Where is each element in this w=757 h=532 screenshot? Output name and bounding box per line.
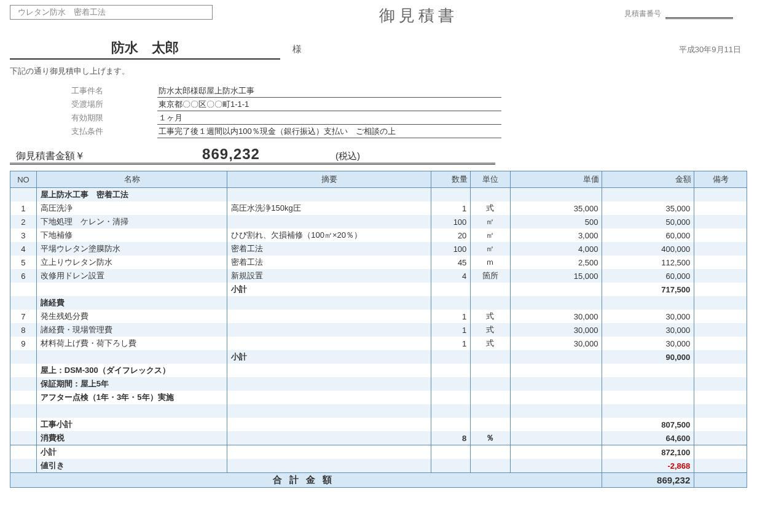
cell-name: 値引き [36,459,227,473]
cell-note [694,364,747,377]
cell-uprice [510,459,602,473]
table-row: 6改修用ドレン設置新規設置4箇所15,00060,000 [10,269,747,283]
table-row: 9材料荷上げ費・荷下ろし費1式30,00030,000 [10,337,747,350]
cell-name: 屋上防水工事 密着工法 [36,188,227,202]
cell-name: 下地補修 [36,229,227,242]
cell-name [36,350,227,364]
cell-name: 改修用ドレン設置 [36,269,227,283]
cell-qty [431,391,471,404]
table-row: 保証期間：屋上5年 [10,377,747,391]
cell-unit: 箇所 [471,269,510,283]
cell-uprice: 30,000 [510,310,602,323]
cell-unit: ｍ [471,256,510,269]
amount-row: 御見積書金額￥ 869,232 (税込) [10,146,495,165]
cell-name: 発生残処分費 [36,310,227,323]
table-row: 屋上防水工事 密着工法 [10,188,747,202]
cell-amount: 30,000 [602,323,694,337]
cell-unit [471,377,510,391]
cell-name: 工事小計 [36,418,227,431]
cell-unit: ％ [471,431,510,445]
cell-qty: 100 [431,215,471,229]
cell-qty: 1 [431,337,471,350]
cell-desc: 高圧水洗浄150kg圧 [227,201,431,215]
quote-number-line [665,17,733,19]
col-uprice: 単価 [510,171,602,188]
cell-no [10,391,37,404]
col-name: 名称 [36,171,227,188]
cell-unit: ㎡ [471,229,510,242]
col-note: 備考 [694,171,747,188]
cell-amount [602,364,694,377]
cell-note [694,391,747,404]
cell-qty [431,445,471,460]
total-value: 869,232 [602,473,694,488]
cell-desc [227,364,431,377]
cell-amount [602,296,694,310]
cell-amount: 60,000 [602,269,694,283]
cell-no: 1 [10,201,37,215]
col-no: NO [10,171,37,188]
cell-desc [227,445,431,460]
cell-unit: 式 [471,337,510,350]
cell-qty [431,188,471,202]
cell-uprice [510,350,602,364]
cell-note [694,418,747,431]
amount-label: 御見積書金額￥ [10,150,163,163]
cell-no [10,296,37,310]
cell-amount [602,404,694,418]
cell-no: 4 [10,242,37,256]
cell-no [10,459,37,473]
cell-name: 立上りウレタン防水 [36,256,227,269]
cell-desc: ひび割れ、欠損補修（100㎡×20％） [227,229,431,242]
cell-qty: 4 [431,269,471,283]
cell-desc: 密着工法 [227,242,431,256]
cell-qty [431,459,471,473]
cell-amount: 30,000 [602,310,694,323]
cell-desc [227,215,431,229]
quote-number-block: 見積書番号 [624,5,747,19]
quote-number-label: 見積書番号 [624,9,661,18]
cell-amount: 90,000 [602,350,694,364]
cell-note [694,296,747,310]
validity-label: 有効期限 [71,112,157,123]
cell-unit: ㎡ [471,215,510,229]
cell-uprice: 15,000 [510,269,602,283]
cell-desc [227,391,431,404]
cell-desc [227,431,431,445]
cell-qty: 1 [431,201,471,215]
table-row: 3下地補修ひび割れ、欠損補修（100㎡×20％）20㎡3,00060,000 [10,229,747,242]
cell-note [694,201,747,215]
cell-no [10,350,37,364]
cell-desc: 小計 [227,283,431,296]
cell-uprice: 30,000 [510,337,602,350]
cell-unit [471,364,510,377]
cell-uprice: 30,000 [510,323,602,337]
cell-name: 屋上：DSM-300（ダイフレックス） [36,364,227,377]
cell-unit [471,283,510,296]
table-row: 1高圧洗浄高圧水洗浄150kg圧1式35,00035,000 [10,201,747,215]
cell-note [694,445,747,460]
cell-no [10,188,37,202]
total-row: 合計金額869,232 [10,473,747,488]
cell-note [694,242,747,256]
cell-no: 3 [10,229,37,242]
cell-no: 2 [10,215,37,229]
cell-unit [471,459,510,473]
cell-no: 6 [10,269,37,283]
cell-qty [431,296,471,310]
cell-uprice [510,283,602,296]
cell-desc [227,310,431,323]
cell-no: 9 [10,337,37,350]
cell-amount: 112,500 [602,256,694,269]
col-qty: 数量 [431,171,471,188]
cell-desc [227,296,431,310]
cell-unit: 式 [471,323,510,337]
cell-no: 5 [10,256,37,269]
cell-unit [471,188,510,202]
cell-uprice [510,296,602,310]
cell-desc [227,337,431,350]
amount-value: 869,232 [163,146,299,163]
cell-desc [227,188,431,202]
table-row: アフター点検（1年・3年・5年）実施 [10,391,747,404]
cell-amount: 872,100 [602,445,694,460]
